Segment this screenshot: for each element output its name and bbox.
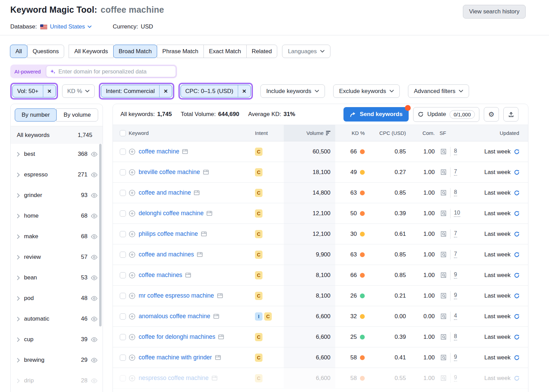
column-header-cpc[interactable]: CPC (USD) [371,125,411,141]
keyword-link[interactable]: anomalous coffee machine [139,313,210,320]
add-keyword-icon[interactable] [129,292,136,299]
add-keyword-icon[interactable] [129,148,136,155]
serp-features-icon[interactable] [440,148,447,155]
keyword-group-item[interactable]: home 68 [11,206,103,226]
keyword-group-item[interactable]: drip 28 [11,370,103,391]
serp-preview-icon[interactable] [203,170,209,175]
keyword-link[interactable]: mr coffee espresso machine [139,292,214,299]
keyword-link[interactable]: coffee and machines [139,251,194,258]
add-keyword-icon[interactable] [129,251,136,258]
serp-preview-icon[interactable] [217,293,223,298]
row-checkbox[interactable] [120,149,126,155]
row-checkbox[interactable] [120,355,126,361]
eye-icon[interactable] [91,234,98,239]
refresh-row-icon[interactable] [514,375,520,381]
add-keyword-icon[interactable] [129,375,136,382]
filter-chip-volume[interactable]: Vol: 50+ ✕ [12,85,56,97]
add-keyword-icon[interactable] [129,272,136,279]
serp-preview-icon[interactable] [213,314,219,319]
keyword-group-item[interactable]: bean 53 [11,267,103,288]
row-checkbox[interactable] [120,313,126,320]
serp-features-icon[interactable] [440,354,447,361]
keyword-group-item[interactable]: grinder 93 [11,185,103,206]
refresh-row-icon[interactable] [514,272,520,278]
eye-icon[interactable] [91,193,98,198]
match-type-tab[interactable]: Phrase Match [157,45,204,58]
column-header-kd[interactable]: KD % [335,125,371,141]
group-sort-tab[interactable]: By volume [56,108,98,122]
keyword-group-item[interactable]: brewing 29 [11,350,103,370]
keyword-group-item[interactable]: espresso 271 [11,164,103,185]
keyword-link[interactable]: delonghi coffee machine [139,210,203,217]
serp-preview-icon[interactable] [182,149,188,154]
keyword-group-item[interactable]: cup 39 [11,329,103,350]
select-all-checkbox[interactable] [120,130,126,136]
add-keyword-icon[interactable] [129,189,136,196]
refresh-row-icon[interactable] [514,210,520,217]
remove-cpc-filter-icon[interactable]: ✕ [238,85,250,97]
include-keywords-dropdown[interactable]: Include keywords [260,84,325,98]
advanced-filters-dropdown[interactable]: Advanced filters [408,84,469,98]
all-keywords-group[interactable]: All keywords 1,745 [11,126,103,144]
eye-icon[interactable] [91,337,98,342]
refresh-row-icon[interactable] [514,334,520,340]
sf-count[interactable]: 7 [454,251,457,258]
scope-tab[interactable]: All [10,45,27,58]
add-keyword-icon[interactable] [129,210,136,217]
eye-icon[interactable] [91,296,98,301]
add-keyword-icon[interactable] [129,354,136,361]
row-checkbox[interactable] [120,375,126,381]
remove-intent-filter-icon[interactable]: ✕ [159,85,172,97]
match-type-tab[interactable]: Exact Match [203,45,247,58]
eye-icon[interactable] [91,255,98,260]
keyword-group-item[interactable]: review 57 [11,247,103,267]
languages-dropdown[interactable]: Languages [282,45,330,58]
group-sort-tab[interactable]: By number [15,108,57,122]
settings-button[interactable]: ⚙ [484,107,499,122]
send-keywords-button[interactable]: Send keywords [343,107,409,122]
add-keyword-icon[interactable] [129,313,136,320]
sf-count[interactable]: 4 [454,313,457,320]
eye-icon[interactable] [91,358,98,363]
sf-count[interactable]: 9 [454,354,457,361]
column-header-updated[interactable]: Updated [473,125,528,141]
row-checkbox[interactable] [120,231,126,237]
eye-icon[interactable] [91,214,98,219]
serp-preview-icon[interactable] [212,376,218,381]
serp-preview-icon[interactable] [218,334,224,339]
view-search-history-button[interactable]: View search history [463,5,526,19]
serp-features-icon[interactable] [440,169,447,175]
row-checkbox[interactable] [120,272,126,278]
sidebar-scrollbar[interactable] [99,144,102,326]
eye-icon[interactable] [91,378,98,383]
serp-features-icon[interactable] [440,210,447,217]
keyword-link[interactable]: coffee machine with grinder [139,354,212,361]
keyword-group-item[interactable]: make 68 [11,226,103,247]
keyword-link[interactable]: coffee for delonghi machines [139,333,215,341]
filter-chip-intent[interactable]: Intent: Commercial ✕ [101,85,172,97]
sf-count[interactable]: 8 [454,148,457,155]
serp-features-icon[interactable] [440,313,447,320]
refresh-row-icon[interactable] [514,252,520,258]
serp-preview-icon[interactable] [194,190,200,195]
refresh-row-icon[interactable] [514,169,520,175]
serp-preview-icon[interactable] [197,252,203,257]
refresh-row-icon[interactable] [514,313,520,320]
remove-volume-filter-icon[interactable]: ✕ [43,85,56,97]
database-selector[interactable]: United States [50,23,92,30]
refresh-row-icon[interactable] [514,149,520,155]
keyword-link[interactable]: nespresso coffee machine [139,374,209,382]
refresh-row-icon[interactable] [514,355,520,361]
row-checkbox[interactable] [120,334,126,340]
row-checkbox[interactable] [120,252,126,258]
keyword-link[interactable]: breville coffee machine [139,169,200,176]
serp-features-icon[interactable] [440,272,447,278]
row-checkbox[interactable] [120,190,126,196]
serp-preview-icon[interactable] [185,273,191,278]
domain-input[interactable] [58,68,172,75]
serp-preview-icon[interactable] [207,211,212,216]
serp-features-icon[interactable] [440,292,447,299]
refresh-row-icon[interactable] [514,293,520,299]
eye-icon[interactable] [91,275,98,280]
row-checkbox[interactable] [120,293,126,299]
